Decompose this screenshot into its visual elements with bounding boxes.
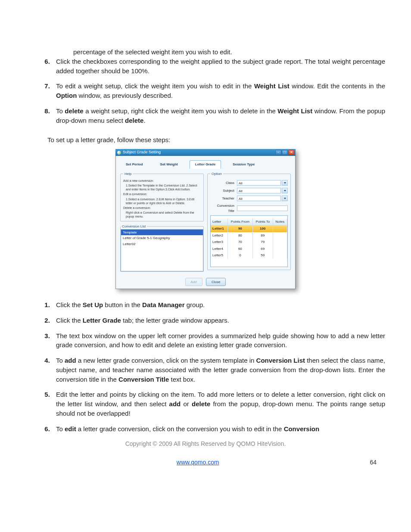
svg-marker-2: [283, 198, 286, 199]
svg-marker-0: [283, 182, 286, 184]
list-item: The text box window on the upper left co…: [52, 331, 385, 350]
field-input[interactable]: All: [237, 196, 281, 201]
list-item: To edit a letter grade conversion, click…: [52, 424, 385, 434]
continued-paragraph: percentage of the selected weight item y…: [73, 47, 385, 57]
table-cell[interactable]: [273, 252, 287, 259]
option-row-teacher: TeacherAll: [210, 196, 288, 201]
list-item: Click the checkboxes corresponding to th…: [52, 57, 385, 76]
ordered-list-letter: Click the Set Up button in the Data Mana…: [26, 300, 385, 433]
conversion-list-legend: Conversion List: [121, 224, 147, 229]
dialog-tabs: Set PeriodSet WeightLetter GradeSession …: [120, 160, 291, 169]
dialog-titlebar[interactable]: Subject Grade Setting − □ ✕: [115, 149, 296, 156]
table-cell[interactable]: 70: [227, 239, 252, 246]
table-cell[interactable]: [273, 225, 287, 232]
column-header[interactable]: Letter: [211, 218, 227, 225]
list-item: Click the Letter Grade tab; the letter g…: [52, 316, 385, 325]
field-input[interactable]: All: [237, 180, 281, 186]
tab-set-weight[interactable]: Set Weight: [155, 160, 184, 169]
table-cell[interactable]: [273, 232, 287, 239]
table-cell[interactable]: [273, 239, 287, 246]
table-row[interactable]: Letter46069: [211, 246, 287, 252]
field-label: Subject: [210, 188, 237, 193]
table-cell[interactable]: 69: [252, 246, 273, 252]
table-cell[interactable]: Letter4: [211, 246, 227, 252]
table-cell[interactable]: 60: [227, 246, 252, 252]
column-header[interactable]: Notes: [273, 218, 287, 225]
conversion-item[interactable]: Template: [121, 230, 203, 236]
conversion-list-panel: Conversion List TemplateLetter of Grade …: [120, 224, 204, 272]
help-panel: Help Add a new conversion:1.Select the T…: [120, 171, 204, 221]
conversion-item[interactable]: Letter of Grade 5-1 Geography: [121, 235, 203, 241]
dropdown-icon[interactable]: [282, 188, 288, 193]
option-legend: Option: [210, 171, 223, 177]
footer-url[interactable]: www.qomo.com: [177, 458, 219, 467]
svg-marker-1: [283, 190, 286, 192]
list-item: To add a new letter grade conversion, cl…: [52, 356, 385, 384]
maximize-button[interactable]: □: [282, 150, 288, 155]
close-button[interactable]: Close: [206, 278, 226, 286]
field-label: Conversion Title: [210, 203, 237, 213]
field-label: Teacher: [210, 196, 237, 201]
table-cell[interactable]: [273, 246, 287, 252]
close-window-button[interactable]: ✕: [288, 150, 294, 155]
table-row[interactable]: Letter190100: [211, 225, 287, 232]
conversion-item[interactable]: Letter02: [121, 241, 203, 247]
field-input[interactable]: All: [237, 188, 281, 193]
table-cell[interactable]: 80: [227, 232, 252, 239]
tab-letter-grade[interactable]: Letter Grade: [190, 160, 221, 169]
add-button[interactable]: Add: [185, 278, 202, 286]
table-cell[interactable]: 0: [227, 252, 252, 259]
table-row[interactable]: Letter28089: [211, 232, 287, 239]
dropdown-icon[interactable]: [282, 196, 288, 201]
list-item: Click the Set Up button in the Data Mana…: [52, 300, 385, 310]
option-panel: Option ClassAllSubjectAllTeacherAllConve…: [207, 171, 291, 271]
table-row[interactable]: Letter37079: [211, 239, 287, 246]
option-row-conversion-title: Conversion Title: [210, 203, 288, 213]
ordered-list-weight: Click the checkboxes corresponding to th…: [26, 57, 385, 125]
option-row-class: ClassAll: [210, 180, 288, 186]
intro-line: To set up a letter grade, follow these s…: [47, 135, 385, 145]
subject-grade-dialog: Subject Grade Setting − □ ✕ Set PeriodSe…: [115, 149, 296, 289]
help-legend: Help: [123, 171, 133, 177]
list-item: Edit the letter and points by clicking o…: [52, 390, 385, 418]
field-label: Class: [210, 180, 237, 186]
field-input[interactable]: [237, 205, 288, 211]
minimize-button[interactable]: −: [275, 150, 281, 155]
table-cell[interactable]: Letter3: [211, 239, 227, 246]
column-header[interactable]: Points To: [252, 218, 273, 225]
table-cell[interactable]: Letter1: [211, 225, 227, 232]
table-cell[interactable]: Letter5: [211, 252, 227, 259]
table-cell[interactable]: 79: [252, 239, 273, 246]
app-icon: [117, 151, 121, 155]
page-number: 64: [370, 458, 377, 467]
column-header[interactable]: Points From: [227, 218, 252, 225]
table-cell[interactable]: 59: [252, 252, 273, 259]
list-item: To delete a weight setup, right click th…: [52, 106, 385, 125]
dialog-title: Subject Grade Setting: [123, 149, 161, 155]
option-row-subject: SubjectAll: [210, 188, 288, 193]
table-cell[interactable]: Letter2: [211, 232, 227, 239]
letter-grid[interactable]: LetterPoints FromPoints ToNotesLetter190…: [210, 215, 288, 267]
copyright: Copyright © 2009 All Rights Reserved by …: [26, 439, 385, 448]
table-cell[interactable]: 89: [252, 232, 273, 239]
conversion-list[interactable]: TemplateLetter of Grade 5-1 GeographyLet…: [121, 229, 203, 271]
table-row[interactable]: Letter5059: [211, 252, 287, 259]
dropdown-icon[interactable]: [282, 180, 288, 186]
list-item: To edit a weight setup, click the weight…: [52, 81, 385, 100]
table-cell[interactable]: 90: [227, 225, 252, 232]
table-cell[interactable]: 100: [252, 225, 273, 232]
tab-set-period[interactable]: Set Period: [120, 160, 149, 169]
tab-session-type[interactable]: Session Type: [227, 160, 260, 169]
